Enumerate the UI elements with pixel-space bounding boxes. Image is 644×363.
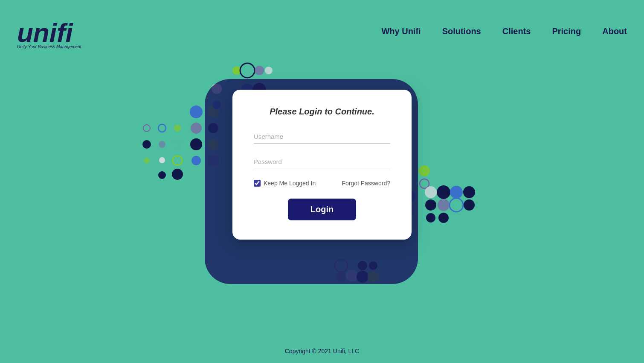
svg-point-21 xyxy=(232,66,241,75)
login-wrapper: Please Login to Continue. Keep Me Logged… xyxy=(232,90,412,240)
svg-point-10 xyxy=(173,156,182,165)
nav-clients[interactable]: Clients xyxy=(502,26,531,36)
svg-point-36 xyxy=(437,185,450,199)
svg-point-14 xyxy=(159,157,165,163)
svg-point-17 xyxy=(142,140,151,149)
nav-pricing[interactable]: Pricing xyxy=(552,26,581,36)
svg-point-40 xyxy=(438,199,450,211)
svg-point-0 xyxy=(190,105,203,118)
svg-point-35 xyxy=(425,186,437,198)
svg-point-42 xyxy=(464,199,475,211)
site-header: unifi Unify Your Business Management. Wh… xyxy=(0,0,644,62)
svg-point-16 xyxy=(143,125,150,132)
password-input[interactable] xyxy=(254,155,390,169)
login-title: Please Login to Continue. xyxy=(254,107,390,117)
svg-point-37 xyxy=(450,186,463,199)
svg-point-11 xyxy=(172,169,183,180)
login-button[interactable]: Login xyxy=(288,199,356,220)
login-card: Please Login to Continue. Keep Me Logged… xyxy=(232,90,412,240)
remember-me-label[interactable]: Keep Me Logged In xyxy=(254,180,316,187)
svg-point-18 xyxy=(144,158,150,164)
svg-point-44 xyxy=(438,213,449,223)
svg-point-4 xyxy=(190,138,202,150)
svg-point-38 xyxy=(463,186,475,198)
nav-why-unifi[interactable]: Why Unifi xyxy=(381,26,421,36)
username-input[interactable] xyxy=(254,129,390,144)
svg-point-22 xyxy=(240,63,255,78)
main-nav: Why Unifi Solutions Clients Pricing Abou… xyxy=(381,26,627,36)
username-group xyxy=(254,129,390,144)
nav-solutions[interactable]: Solutions xyxy=(442,26,481,36)
forgot-password-link[interactable]: Forgot Password? xyxy=(342,180,390,187)
svg-point-41 xyxy=(450,198,463,212)
svg-point-9 xyxy=(174,141,181,148)
svg-point-12 xyxy=(158,124,166,132)
svg-point-2 xyxy=(191,123,202,134)
remember-me-checkbox[interactable] xyxy=(254,180,261,187)
remember-me-text: Keep Me Logged In xyxy=(264,180,316,187)
svg-point-6 xyxy=(191,156,201,165)
svg-text:Unify Your Business Management: Unify Your Business Management. xyxy=(17,44,82,49)
svg-point-13 xyxy=(159,141,165,148)
svg-point-8 xyxy=(174,125,181,132)
password-group xyxy=(254,155,390,169)
svg-point-39 xyxy=(425,199,436,211)
footer-copyright: Copyright © 2021 Unifi, LLC xyxy=(285,348,360,354)
form-options: Keep Me Logged In Forgot Password? xyxy=(254,180,390,187)
nav-about[interactable]: About xyxy=(602,26,627,36)
svg-point-23 xyxy=(255,66,264,75)
svg-point-15 xyxy=(158,171,166,179)
logo[interactable]: unifi Unify Your Business Management. xyxy=(17,8,102,55)
svg-point-24 xyxy=(265,67,273,74)
svg-text:unifi: unifi xyxy=(17,18,74,47)
svg-point-34 xyxy=(420,179,429,188)
svg-point-33 xyxy=(419,165,430,176)
svg-point-43 xyxy=(426,213,435,222)
